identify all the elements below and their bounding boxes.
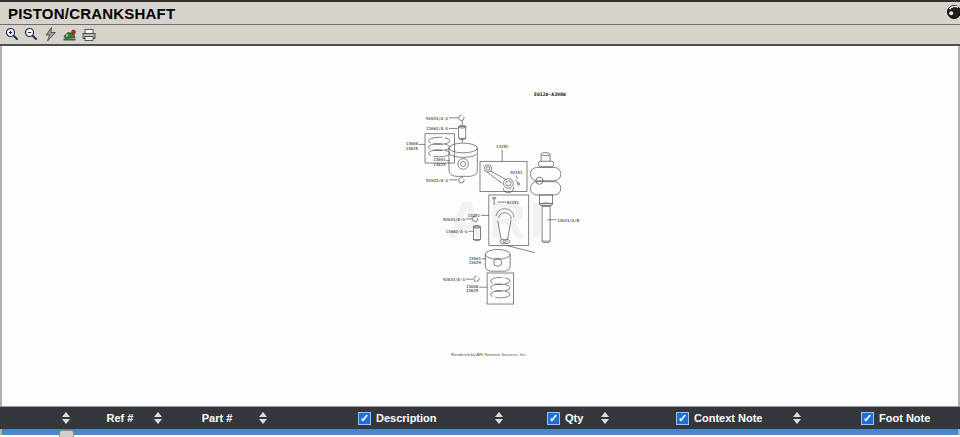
part-label[interactable]: 92151 bbox=[507, 200, 520, 205]
part-label[interactable]: 13002/A-G bbox=[426, 126, 449, 131]
parts-table-header: Ref #Part #✓Description✓Qty✓Context Note… bbox=[0, 406, 960, 429]
part-label[interactable]: 13031/A/B bbox=[557, 218, 580, 223]
column-header-ref[interactable]: Ref # bbox=[107, 407, 134, 429]
part-label[interactable]: 92033/A-G bbox=[443, 217, 466, 222]
zoom-out-icon[interactable] bbox=[22, 26, 41, 43]
column-header-qty[interactable]: ✓Qty bbox=[547, 407, 583, 429]
page-title: PISTON/CRANKSHAFT bbox=[0, 5, 175, 22]
sort-toggle[interactable] bbox=[793, 407, 801, 429]
parts-icon[interactable] bbox=[60, 26, 79, 43]
diagram-canvas[interactable]: ARI bbox=[0, 46, 960, 406]
print-icon[interactable] bbox=[79, 26, 98, 43]
sort-toggle[interactable] bbox=[601, 407, 609, 429]
column-header-part[interactable]: Part # bbox=[202, 407, 233, 429]
sort-arrows-icon bbox=[62, 412, 70, 424]
parts-table-row[interactable] bbox=[0, 429, 960, 435]
foot-note-checkbox[interactable]: ✓ bbox=[861, 412, 874, 425]
lightning-icon[interactable] bbox=[41, 26, 60, 43]
part-label[interactable]: 13029 bbox=[433, 162, 446, 167]
qty-checkbox[interactable]: ✓ bbox=[547, 412, 560, 425]
column-header-description[interactable]: ✓Description bbox=[358, 407, 437, 429]
column-header-foot-note[interactable]: ✓Foot Note bbox=[861, 407, 930, 429]
drawing-code: E0120-A398W bbox=[534, 92, 566, 97]
part-label[interactable]: 92033/A-G bbox=[426, 178, 449, 183]
sort-toggle[interactable] bbox=[154, 407, 162, 429]
part-label[interactable]: 13251 bbox=[496, 144, 509, 149]
sort-arrows-icon bbox=[154, 412, 162, 424]
column-label: Context Note bbox=[694, 412, 762, 424]
app-window: PISTON/CRANKSHAFT bbox=[0, 0, 960, 437]
column-label: Part # bbox=[202, 412, 233, 424]
column-label: Qty bbox=[565, 412, 583, 424]
exploded-diagram[interactable]: ARI bbox=[0, 46, 960, 406]
column-label: Foot Note bbox=[879, 412, 930, 424]
sort-toggle[interactable] bbox=[62, 407, 70, 429]
sort-toggle[interactable] bbox=[259, 407, 267, 429]
part-label[interactable]: 13029 bbox=[469, 260, 482, 265]
part-label[interactable]: 13025 bbox=[466, 289, 479, 294]
part-label[interactable]: 13002/A-G bbox=[446, 229, 469, 234]
description-checkbox[interactable]: ✓ bbox=[358, 412, 371, 425]
context-note-checkbox[interactable]: ✓ bbox=[676, 412, 689, 425]
column-label: Ref # bbox=[107, 412, 134, 424]
column-header-context-note[interactable]: ✓Context Note bbox=[676, 407, 762, 429]
row-thumbnail[interactable] bbox=[59, 430, 74, 437]
title-bar: PISTON/CRANKSHAFT bbox=[0, 0, 960, 25]
render-credit: Rendered by ARI Network Services, Inc. bbox=[451, 352, 527, 357]
column-label: Description bbox=[376, 412, 437, 424]
part-label[interactable]: 13025 bbox=[406, 146, 419, 151]
part-label[interactable]: 92151 bbox=[510, 170, 523, 175]
zoom-in-icon[interactable] bbox=[3, 26, 22, 43]
globe-icon[interactable] bbox=[945, 3, 960, 21]
sort-arrows-icon bbox=[793, 412, 801, 424]
part-label[interactable]: 92033/A-G bbox=[426, 116, 449, 121]
part-label[interactable]: 92033/A-G bbox=[443, 277, 466, 282]
sort-arrows-icon bbox=[259, 412, 267, 424]
sort-arrows-icon bbox=[601, 412, 609, 424]
sort-toggle[interactable] bbox=[495, 407, 503, 429]
part-label[interactable]: 13251 bbox=[468, 213, 481, 218]
toolbar bbox=[0, 25, 960, 46]
sort-arrows-icon bbox=[495, 412, 503, 424]
